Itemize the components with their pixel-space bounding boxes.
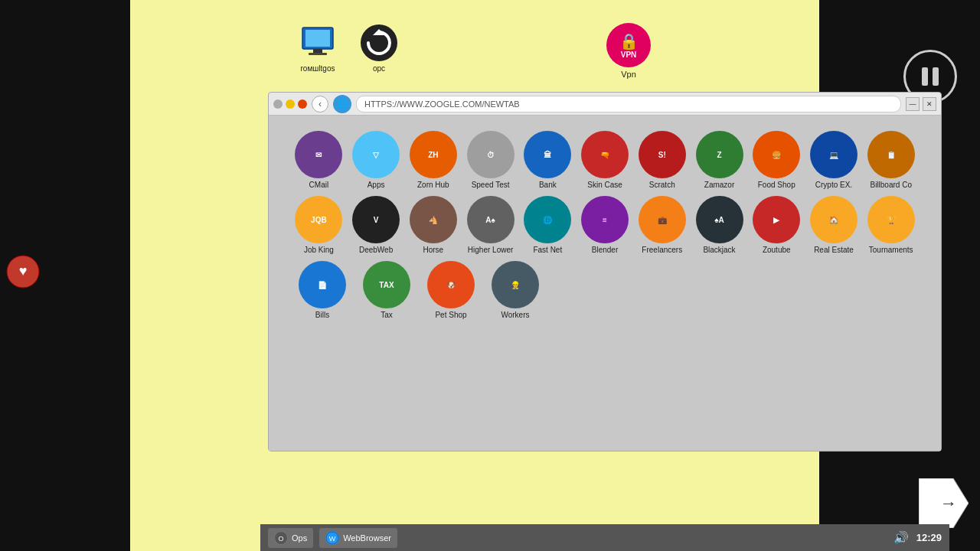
- app-item-apps[interactable]: ▽Apps: [349, 131, 403, 190]
- ops-icon: O: [274, 531, 288, 545]
- app-item-tax[interactable]: TAXTax: [356, 261, 417, 320]
- app-label-realestate: Real Estate: [814, 246, 854, 255]
- vpn-text: VPN: [621, 51, 637, 59]
- desktop: rомшltgos opc 🔒 VPN Vpn: [130, 0, 819, 551]
- desktop-icons-area: rомшltgos opc: [291, 23, 406, 73]
- desktop-icon-refresh[interactable]: opc: [352, 23, 406, 73]
- traffic-lights: [273, 99, 307, 109]
- minimize-btn[interactable]: —: [906, 97, 920, 111]
- app-label-blackjack: Blackjack: [703, 246, 735, 255]
- globe-icon: 🌐: [333, 95, 351, 113]
- heart-rate-icon[interactable]: ♥: [4, 253, 42, 291]
- app-label-bank: Bank: [539, 181, 557, 190]
- back-button[interactable]: ‹: [312, 96, 328, 112]
- app-label-speedtest: Speed Test: [472, 181, 510, 190]
- app-label-zornhub: Zorn Hub: [417, 181, 449, 190]
- app-label-skincase: Skin Case: [587, 181, 622, 190]
- app-item-blackjack[interactable]: ♠ABlackjack: [692, 196, 746, 255]
- app-row-3: 📄BillsTAXTax🐶Pet Shop👷Workers: [292, 261, 918, 320]
- app-item-horse[interactable]: 🐴Horse: [406, 196, 460, 255]
- app-label-zamazor: Zamazor: [704, 181, 734, 190]
- tl-close[interactable]: [273, 99, 283, 109]
- app-item-workers[interactable]: 👷Workers: [485, 261, 546, 320]
- app-label-apps: Apps: [368, 181, 385, 190]
- app-item-deepweb[interactable]: VDeebWeb: [349, 196, 403, 255]
- app-label-blender: Blender: [592, 246, 618, 255]
- taskbar: O Ops W WebBrowser 🔊 12:29: [260, 524, 949, 551]
- taskbar-ops-label: Ops: [292, 533, 307, 543]
- app-grid: ✉CMail▽AppsZHZorn Hub⏱Speed Test🏛Bank🔫Sk…: [292, 131, 918, 320]
- app-item-zoutube[interactable]: ▶Zoutube: [750, 196, 804, 255]
- app-circle-blackjack: ♠A: [696, 196, 743, 243]
- vpn-label: Vpn: [621, 70, 636, 79]
- app-item-skincase[interactable]: 🔫Skin Case: [578, 131, 632, 190]
- taskbar-browser-label: WebBrowser: [343, 533, 391, 543]
- app-circle-deepweb: V: [352, 196, 400, 243]
- app-item-foodshop[interactable]: 🍔Food Shop: [750, 131, 804, 190]
- app-circle-cryptoex: 💻: [810, 131, 858, 178]
- app-circle-foodshop: 🍔: [753, 131, 800, 178]
- app-item-tournaments[interactable]: 🏆Tournaments: [864, 196, 918, 255]
- refresh-icon: [359, 23, 399, 63]
- url-bar[interactable]: HTTPS://WWW.ZOOGLE.COM/NEWTAB: [356, 96, 901, 112]
- app-item-blender[interactable]: ≡Blender: [578, 196, 632, 255]
- app-item-jobking[interactable]: JQBJob King: [292, 196, 346, 255]
- app-item-bank[interactable]: 🏛Bank: [521, 131, 575, 190]
- app-item-billboardco[interactable]: 📋Billboard Co: [864, 131, 918, 190]
- taskbar-item-ops[interactable]: O Ops: [268, 528, 313, 548]
- refresh-icon-label: opc: [373, 64, 385, 73]
- exit-button[interactable]: →: [919, 478, 969, 528]
- desktop-icon-computer[interactable]: rомшltgos: [291, 23, 345, 73]
- tl-maximize[interactable]: [298, 99, 307, 109]
- app-circle-horse: 🐴: [410, 196, 457, 243]
- app-item-higherlower[interactable]: A♠Higher Lower: [463, 196, 518, 255]
- browser-content: ✉CMail▽AppsZHZorn Hub⏱Speed Test🏛Bank🔫Sk…: [269, 116, 941, 451]
- app-item-fastnet[interactable]: 🌐Fast Net: [521, 196, 575, 255]
- app-circle-realestate: 🏠: [810, 196, 858, 243]
- monitor-icon: [298, 23, 338, 63]
- app-item-petshop[interactable]: 🐶Pet Shop: [420, 261, 482, 320]
- browser-window: ‹ 🌐 HTTPS://WWW.ZOOGLE.COM/NEWTAB — ✕ ✉C…: [268, 92, 942, 452]
- app-label-horse: Horse: [423, 246, 443, 255]
- app-item-cmail[interactable]: ✉CMail: [292, 131, 346, 190]
- app-label-cryptoex: Crypto EX.: [815, 181, 852, 190]
- svg-text:♥: ♥: [19, 263, 28, 279]
- volume-icon[interactable]: 🔊: [893, 530, 909, 545]
- app-label-tournaments: Tournaments: [869, 246, 913, 255]
- vpn-icon[interactable]: 🔒 VPN Vpn: [606, 23, 651, 79]
- app-item-zornhub[interactable]: ZHZorn Hub: [406, 131, 460, 190]
- taskbar-time: 12:29: [916, 532, 942, 543]
- app-item-freelancers[interactable]: 💼Freelancers: [635, 196, 689, 255]
- close-btn[interactable]: ✕: [923, 97, 936, 111]
- app-label-fastnet: Fast Net: [533, 246, 562, 255]
- app-row-2: JQBJob KingVDeebWeb🐴HorseA♠Higher Lower🌐…: [292, 196, 918, 255]
- app-label-scratch: Scratch: [649, 181, 675, 190]
- app-label-cmail: CMail: [309, 181, 329, 190]
- svg-rect-5: [305, 30, 330, 47]
- app-label-billboardco: Billboard Co: [870, 181, 911, 190]
- computer-icon-label: rомшltgos: [301, 64, 335, 73]
- app-row-1: ✉CMail▽AppsZHZorn Hub⏱Speed Test🏛Bank🔫Sk…: [292, 131, 918, 190]
- tl-minimize[interactable]: [286, 99, 295, 109]
- browser-toolbar: ‹ 🌐 HTTPS://WWW.ZOOGLE.COM/NEWTAB — ✕: [269, 93, 941, 116]
- app-circle-zamazor: Z: [696, 131, 743, 178]
- app-circle-bank: 🏛: [524, 131, 571, 178]
- app-circle-skincase: 🔫: [581, 131, 629, 178]
- app-item-speedtest[interactable]: ⏱Speed Test: [463, 131, 518, 190]
- app-circle-workers: 👷: [492, 261, 539, 308]
- url-text: HTTPS://WWW.ZOOGLE.COM/NEWTAB: [364, 99, 520, 109]
- browser-taskbar-icon: W: [325, 531, 339, 545]
- svg-text:→: →: [940, 494, 957, 513]
- app-label-jobking: Job King: [304, 246, 334, 255]
- app-item-bills[interactable]: 📄Bills: [292, 261, 353, 320]
- app-item-zamazor[interactable]: ZZamazor: [692, 131, 746, 190]
- app-item-realestate[interactable]: 🏠Real Estate: [807, 196, 861, 255]
- app-circle-tax: TAX: [363, 261, 410, 308]
- lock-icon: 🔒: [619, 32, 639, 51]
- svg-text:W: W: [329, 535, 336, 543]
- taskbar-item-browser[interactable]: W WebBrowser: [319, 528, 397, 548]
- app-circle-blender: ≡: [581, 196, 629, 243]
- app-label-tax: Tax: [381, 311, 393, 320]
- app-item-cryptoex[interactable]: 💻Crypto EX.: [807, 131, 861, 190]
- app-item-scratch[interactable]: S!Scratch: [635, 131, 689, 190]
